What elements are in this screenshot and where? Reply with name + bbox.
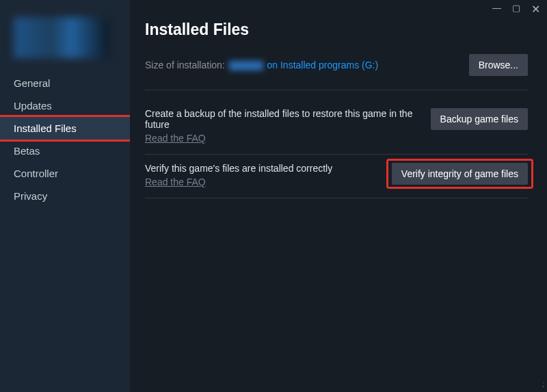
- game-banner: [0, 17, 130, 72]
- installation-location-link[interactable]: on Installed programs (G:): [267, 60, 379, 70]
- size-value-redacted: [229, 61, 263, 70]
- verify-faq-link[interactable]: Read the FAQ: [145, 177, 206, 187]
- window-controls: — ▢ ✕: [492, 0, 547, 16]
- resize-grip-icon[interactable]: ..:: [542, 379, 543, 389]
- backup-faq-link[interactable]: Read the FAQ: [145, 133, 206, 144]
- backup-row: Create a backup of the installed files t…: [145, 100, 528, 155]
- main-panel: Installed Files Size of installation: on…: [130, 0, 547, 392]
- minimize-button[interactable]: —: [492, 3, 501, 16]
- installation-size-row: Size of installation: on Installed progr…: [145, 54, 528, 90]
- maximize-button[interactable]: ▢: [512, 3, 520, 16]
- annotation-highlight-sidebar: Installed Files: [0, 115, 132, 142]
- sidebar-item-general[interactable]: General: [0, 72, 130, 94]
- browse-button[interactable]: Browse...: [469, 54, 528, 76]
- sidebar: General Updates Installed Files Betas Co…: [0, 0, 130, 392]
- backup-game-files-button[interactable]: Backup game files: [431, 108, 528, 130]
- backup-description: Create a backup of the installed files t…: [145, 108, 418, 130]
- sidebar-item-privacy[interactable]: Privacy: [0, 185, 130, 207]
- page-title: Installed Files: [145, 21, 528, 39]
- sidebar-item-betas[interactable]: Betas: [0, 140, 130, 162]
- verify-integrity-button[interactable]: Verify integrity of game files: [392, 163, 528, 185]
- verify-description: Verify this game's files are installed c…: [145, 163, 332, 174]
- size-label: Size of installation:: [145, 60, 228, 70]
- verify-row: Verify this game's files are installed c…: [145, 155, 528, 198]
- sidebar-item-updates[interactable]: Updates: [0, 94, 130, 117]
- sidebar-item-controller[interactable]: Controller: [0, 162, 130, 185]
- close-button[interactable]: ✕: [531, 3, 540, 16]
- sidebar-item-installed-files[interactable]: Installed Files: [0, 117, 130, 140]
